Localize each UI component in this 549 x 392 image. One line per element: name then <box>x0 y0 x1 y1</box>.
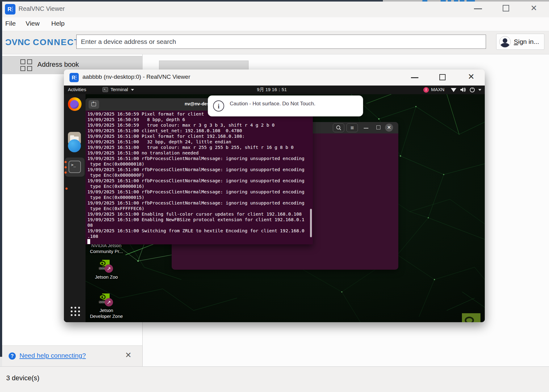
status-bar: 3 device(s) <box>0 366 549 392</box>
menu-file[interactable]: File <box>5 20 16 27</box>
desktop-icon-label[interactable]: NVIDIA Jetson Community Pr... <box>84 243 129 255</box>
shortcut-arrow-badge-icon: ↗ <box>105 264 113 273</box>
search-button[interactable] <box>333 123 344 132</box>
info-icon: i <box>213 100 224 112</box>
chevron-down-icon[interactable] <box>478 89 481 91</box>
minimize-button[interactable] <box>364 128 368 129</box>
activities-button[interactable]: Activities <box>68 87 86 92</box>
minimize-button[interactable] <box>474 8 482 9</box>
address-book-grid-icon <box>20 59 32 71</box>
remote-desktop-surface[interactable]: NVIDIA Jetson Community Pr... NVIDIA ↗ J… <box>64 94 485 322</box>
help-circle-icon: ? <box>9 352 16 360</box>
vnc-remote-desktop[interactable]: Activities >_ Terminal 9月 19 16：51 ! MAX… <box>64 86 485 322</box>
help-icon[interactable] <box>68 139 81 152</box>
app-titlebar: R vnc RealVNC Viewer ✕ <box>2 2 549 17</box>
perf-mode-indicator[interactable]: MAXN <box>431 87 444 92</box>
vnc-window-titlebar[interactable]: R vnc aabbbb (nv-desktop:0) - RealVNC Vi… <box>64 70 485 86</box>
maximize-button[interactable] <box>439 74 446 80</box>
alert-badge-icon: ! <box>423 87 429 93</box>
running-indicator-dot <box>65 188 68 190</box>
volume-icon <box>460 87 466 92</box>
window-border <box>0 2 2 357</box>
search-icon <box>336 125 342 131</box>
clock[interactable]: 9月 19 16：51 <box>257 87 287 93</box>
menu-button[interactable]: ≡ <box>346 123 358 132</box>
terminal-scrollbar[interactable] <box>310 209 312 237</box>
vnc-window-title: aabbbb (nv-desktop:0) - RealVNC Viewer <box>82 74 190 80</box>
wifi-icon <box>451 87 457 92</box>
terminal-dock-slot[interactable]: >_ <box>65 158 85 177</box>
dock: >_ <box>64 94 86 322</box>
realvnc-app-icon: R vnc <box>5 4 15 15</box>
need-help-link[interactable]: Need help connecting? <box>19 352 86 359</box>
menu-help[interactable]: Help <box>51 20 65 27</box>
close-button[interactable]: ✕ <box>468 73 475 81</box>
avatar-icon <box>499 36 511 48</box>
dismiss-banner-icon[interactable]: ✕ <box>125 351 132 360</box>
terminal-window[interactable]: + nv@nv-deskt 19/09/2025 16:50:59 Pixel … <box>86 98 313 244</box>
desktop-icon-label[interactable]: Jetson Zoo <box>87 274 126 280</box>
notification-message: Caution - Hot surface. Do Not Touch. <box>230 101 316 107</box>
menu-bar: File View Help <box>2 17 549 31</box>
vnc-connect-logo: ƆVNCCONNECT <box>5 37 80 47</box>
running-indicator-dot <box>65 161 67 163</box>
toolbar: ƆVNCCONNECT Sign in... <box>2 31 549 54</box>
realvnc-app-icon: R vnc <box>69 73 79 82</box>
close-button[interactable]: ✕ <box>530 4 537 12</box>
sign-in-button[interactable]: Sign in... <box>496 34 544 50</box>
help-banner: ? Need help connecting? ✕ <box>2 345 143 366</box>
close-button[interactable]: ✕ <box>385 124 393 132</box>
power-icon <box>469 87 475 93</box>
firefox-icon[interactable] <box>68 97 82 111</box>
app-menu-terminal[interactable]: Terminal <box>111 87 128 92</box>
show-applications-button[interactable] <box>71 307 81 317</box>
running-indicator-dot <box>65 166 67 168</box>
running-indicator-dot <box>65 171 67 174</box>
device-count: 3 device(s) <box>6 374 40 382</box>
app-title: RealVNC Viewer <box>19 5 65 12</box>
sign-in-label: Sign in... <box>514 38 539 45</box>
vnc-session-window: R vnc aabbbb (nv-desktop:0) - RealVNC Vi… <box>64 70 485 322</box>
nvidia-logo-watermark <box>462 313 480 322</box>
address-book-label: Address book <box>37 61 79 69</box>
screen: R vnc RealVNC Viewer ✕ File View Help ƆV… <box>0 0 549 392</box>
chevron-down-icon <box>131 89 134 91</box>
device-search-input[interactable] <box>76 35 486 49</box>
minimize-button[interactable] <box>411 77 418 78</box>
terminal-icon: >_ <box>69 161 81 173</box>
notification-toast[interactable]: i Caution - Hot surface. Do Not Touch. <box>208 95 363 116</box>
shortcut-arrow-badge-icon: ↗ <box>105 298 113 306</box>
terminal-app-icon: >_ <box>103 87 108 92</box>
terminal-output: 19/09/2025 16:50:59 Pixel format for cli… <box>87 111 304 239</box>
desktop-icon-label[interactable]: Jetson Developer Zone <box>84 308 129 319</box>
gnome-top-bar: Activities >_ Terminal 9月 19 16：51 ! MAX… <box>64 86 485 94</box>
terminal-screen[interactable]: 19/09/2025 16:50:59 Pixel format for cli… <box>86 111 313 244</box>
menu-view[interactable]: View <box>26 20 40 27</box>
maximize-button[interactable] <box>376 125 380 129</box>
maximize-button[interactable] <box>503 5 509 11</box>
terminal-cursor <box>87 239 90 244</box>
